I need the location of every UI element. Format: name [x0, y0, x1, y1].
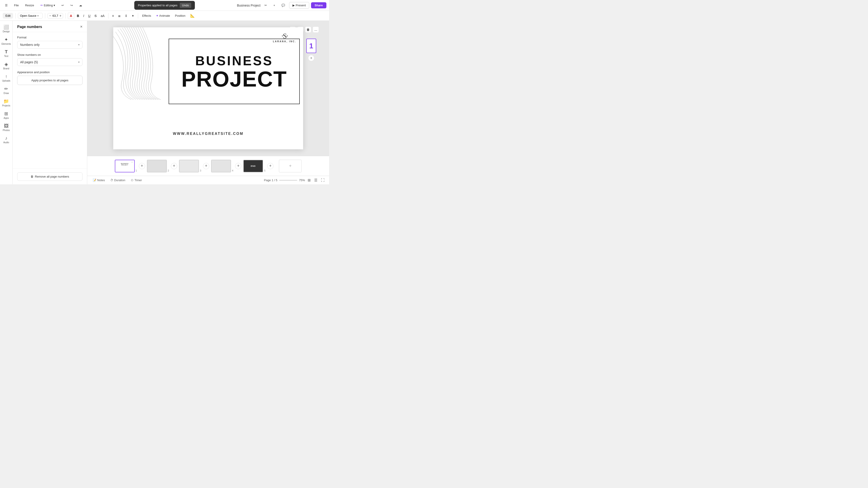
grid-view-button[interactable]: ⊞ [307, 177, 311, 183]
timeline-add-after-1[interactable]: + [139, 163, 145, 169]
fullscreen-button[interactable]: ⛶ [320, 177, 326, 183]
ruler-button[interactable]: 📐 [188, 13, 197, 19]
comment-button[interactable]: 💬 [279, 3, 287, 8]
toolbar-sep-3 [65, 13, 66, 19]
timeline-thumb-3[interactable] [179, 160, 199, 172]
sidebar-item-design[interactable]: ⬜ Design [1, 23, 12, 35]
timeline-more-button-1[interactable]: ··· [130, 161, 133, 164]
sidebar-item-draw[interactable]: ✏ Draw [1, 84, 12, 96]
statusbar-left: 📝 Notes ⏱ Duration ⏲ Timer [91, 177, 144, 183]
animate-button[interactable]: ✦ Animate [154, 13, 172, 18]
slide-canvas[interactable]: ·S· LARANA, INC. BUSINESS PROJECT WWW.RE… [113, 27, 303, 149]
more-button[interactable]: … [313, 26, 319, 33]
font-size-value: 63,7 [52, 14, 59, 18]
main-area: ⬜ Design ✦ Elements T Text ◈ Brand ↑ Upl… [0, 21, 329, 184]
duration-label: Duration [114, 178, 125, 182]
toolbar-sep-2 [45, 13, 45, 19]
delete-button[interactable]: 🗑 [305, 26, 311, 33]
canvas-scroll[interactable]: ⟳ 🔒 🗑 … [87, 21, 329, 156]
page-numbers-panel: Page numbers × Format Numbers only ▾ Sho… [13, 21, 87, 184]
format-dropdown[interactable]: Numbers only ▾ [17, 41, 83, 48]
apply-properties-button[interactable]: Apply properties to all pages [17, 76, 83, 85]
notes-button[interactable]: 📝 Notes [91, 177, 107, 183]
timeline-thumb-2[interactable] [147, 160, 167, 172]
spacing-button[interactable]: ⇕ [123, 13, 129, 19]
audio-icon: ♪ [5, 135, 7, 141]
effects-button[interactable]: Effects [141, 13, 153, 18]
sidebar-item-elements[interactable]: ✦ Elements [1, 35, 12, 47]
business-text: BUSINESS [195, 53, 273, 68]
remove-page-numbers-button[interactable]: 🗑 Remove all page numbers [17, 172, 83, 181]
sidebar-item-text[interactable]: T Text [1, 47, 12, 59]
zoom-slider[interactable] [279, 180, 297, 181]
text-color-button[interactable]: A [68, 13, 74, 19]
toast-undo-button[interactable]: Undo [180, 3, 191, 8]
case-button[interactable]: aA [99, 13, 106, 19]
page-number-badge[interactable]: 1 [306, 39, 316, 53]
show-numbers-dropdown[interactable]: All pages (5) ▾ [17, 58, 83, 66]
timeline-thumb-1[interactable]: BUSINESSPROJECT ··· [115, 160, 135, 172]
font-size-increase[interactable]: + [59, 14, 61, 18]
present-button[interactable]: ▶ Present [289, 2, 309, 8]
align-button[interactable]: ≡ [111, 13, 115, 19]
add-collaborator-button[interactable]: + [271, 3, 277, 8]
duration-button[interactable]: ⏱ Duration [108, 177, 127, 183]
show-numbers-section: Show numbers on All pages (5) ▾ [17, 53, 83, 66]
timeline-add-after-2[interactable]: + [171, 163, 177, 169]
page-number-container: 1 + [306, 39, 316, 61]
resize-button[interactable]: Resize [23, 3, 36, 8]
decoration-svg [113, 27, 172, 100]
cloud-save-button[interactable]: ☁ [77, 3, 84, 8]
notes-icon: 📝 [93, 178, 96, 182]
sparkle-icon[interactable]: ✦ [130, 13, 135, 19]
share-button[interactable]: Share [311, 2, 327, 8]
apps-icon: ⊞ [4, 111, 8, 116]
timeline-add-after-3[interactable]: + [203, 163, 209, 169]
timer-button[interactable]: ⏲ Timer [129, 177, 144, 183]
appearance-section: Appearance and position Apply properties… [17, 70, 83, 85]
sidebar-item-projects[interactable]: 📁 Projects [1, 97, 12, 109]
timeline-thumb-5[interactable]: END [243, 160, 263, 172]
file-button[interactable]: File [12, 3, 21, 8]
timeline-add-after-4[interactable]: + [235, 163, 241, 169]
bold-button[interactable]: B [75, 13, 81, 19]
sidebar-item-uploads[interactable]: ↑ Uploads [1, 72, 12, 84]
underline-button[interactable]: U [87, 13, 92, 19]
sidebar-item-photos[interactable]: 🖼 Photos [1, 122, 12, 133]
edit-button[interactable]: Edit [3, 13, 13, 19]
panel-footer: 🗑 Remove all page numbers [13, 168, 87, 184]
undo-button[interactable]: ↩ [59, 3, 66, 8]
redo-button[interactable]: ↪ [68, 3, 75, 8]
list-button[interactable]: ≣ [117, 13, 122, 19]
scissors-button[interactable]: ✂ [262, 3, 269, 8]
timer-label: Timer [134, 178, 142, 182]
trash-icon: 🗑 [31, 175, 33, 178]
audio-label: Audio [3, 141, 9, 144]
zoom-percent: 75% [299, 178, 305, 182]
timeline-thumb-4[interactable] [211, 160, 231, 172]
page-number-add-button[interactable]: + [308, 55, 314, 61]
timeline-page-num-3: 3 [200, 169, 201, 172]
list-view-button[interactable]: ☰ [313, 177, 318, 183]
italic-button[interactable]: I [82, 13, 86, 19]
menu-button[interactable]: ☰ [3, 3, 10, 8]
cloud-icon: ☁ [79, 4, 82, 7]
position-button[interactable]: Position [173, 13, 187, 18]
sidebar-item-audio[interactable]: ♪ Audio [1, 134, 12, 145]
timeline-add-after-5[interactable]: + [267, 163, 274, 169]
photos-label: Photos [3, 129, 10, 131]
editing-button[interactable]: ✏ Editing ▾ [38, 3, 58, 8]
sidebar-item-brand[interactable]: ◈ Brand [1, 60, 12, 72]
timeline-page-3: 3 [179, 160, 201, 172]
sidebar-item-apps[interactable]: ⊞ Apps [1, 109, 12, 121]
panel-close-button[interactable]: × [80, 24, 83, 29]
show-label: Show numbers on [17, 53, 83, 57]
undo-icon: ↩ [61, 4, 64, 7]
new-page-button[interactable]: + [279, 160, 302, 172]
strikethrough-button[interactable]: S [93, 13, 98, 19]
format-value: Numbers only [20, 43, 39, 46]
resize-label: Resize [25, 4, 34, 7]
font-selector[interactable]: Open Sauce ▾ [18, 13, 43, 19]
scissors-icon: ✂ [265, 4, 267, 7]
font-size-decrease[interactable]: − [49, 14, 51, 18]
